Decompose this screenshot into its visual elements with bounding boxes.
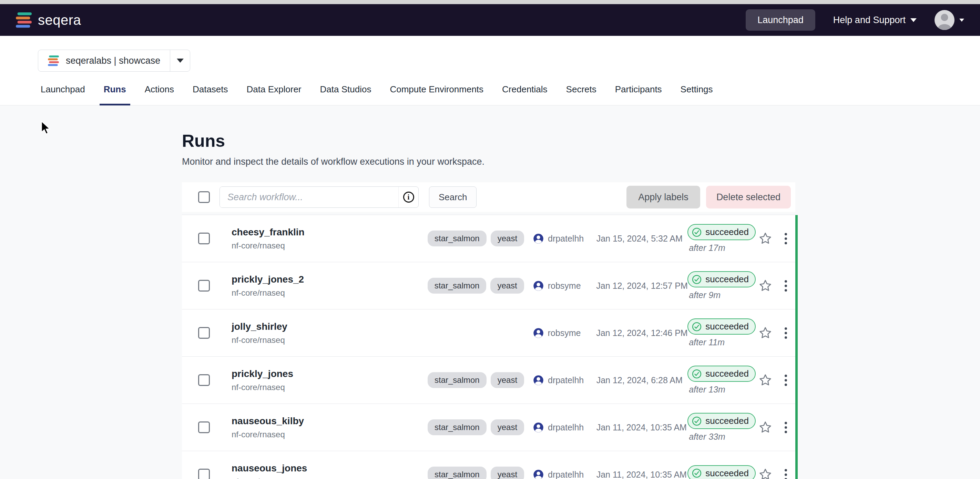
run-label-pill[interactable]: yeast [491,372,524,388]
run-pipeline: nf-core/rnaseq [232,477,428,479]
kebab-menu-icon[interactable] [776,280,795,291]
tab-compute-environments[interactable]: Compute Environments [386,81,488,105]
run-label-pill[interactable]: yeast [490,278,524,294]
help-and-support-menu[interactable]: Help and Support [833,15,916,25]
row-checkbox[interactable] [198,280,210,291]
status-badge: succeeded [687,271,756,287]
run-date: Jan 11, 2024, 10:35 AM [593,470,688,479]
run-user-name: drpatelhh [548,422,584,433]
star-icon[interactable] [754,468,776,479]
seqera-logo[interactable]: seqera [16,13,81,28]
row-checkbox[interactable] [198,374,210,386]
run-row: cheesy_franklin nf-core/rnaseq star_salm… [182,215,795,262]
search-input[interactable] [220,187,398,207]
avatar[interactable] [934,10,955,30]
kebab-menu-icon[interactable] [776,469,795,479]
run-user: drpatelhh [524,375,593,386]
tab-launchpad[interactable]: Launchpad [37,81,89,105]
tab-secrets[interactable]: Secrets [562,81,601,105]
run-label-pill[interactable]: yeast [491,231,524,247]
run-name-link[interactable]: prickly_jones_2 [232,274,428,285]
run-row: nauseous_kilby nf-core/rnaseq star_salmo… [182,404,795,451]
tab-runs[interactable]: Runs [100,81,130,105]
run-user: drpatelhh [524,233,593,244]
user-circle-icon [533,469,544,479]
status-badge: succeeded [687,224,756,240]
run-label-pill[interactable]: star_salmon [428,278,487,294]
tab-participants[interactable]: Participants [611,81,666,105]
run-duration: after 17m [687,243,754,253]
select-all-checkbox[interactable] [198,191,210,203]
run-pipeline: nf-core/rnaseq [232,382,428,392]
workspace-header: seqeralabs | showcase LaunchpadRunsActio… [0,36,980,105]
run-user: drpatelhh [524,469,593,479]
delete-selected-button[interactable]: Delete selected [706,186,791,208]
status-label: succeeded [705,368,749,379]
run-user: robsyme [524,328,593,338]
tab-settings[interactable]: Settings [676,81,717,105]
apply-labels-button[interactable]: Apply labels [627,186,700,208]
run-name-link[interactable]: jolly_shirley [232,321,428,332]
kebab-menu-icon[interactable] [776,375,795,386]
run-duration: after 33m [687,432,754,442]
workspace-selector[interactable]: seqeralabs | showcase [38,49,190,72]
star-icon[interactable] [754,279,776,293]
kebab-menu-icon[interactable] [776,327,795,339]
browser-chrome-strip [0,0,980,4]
search-info-icon[interactable]: i [398,187,418,207]
run-user-name: drpatelhh [548,234,584,243]
row-checkbox[interactable] [198,327,210,339]
run-label-pill[interactable]: yeast [491,419,524,435]
run-pipeline: nf-core/rnaseq [232,288,428,298]
run-labels: star_salmonyeast [428,419,524,435]
run-name-link[interactable]: cheesy_franklin [232,227,428,238]
status-label: succeeded [705,468,749,479]
status-badge: succeeded [687,413,756,429]
run-user-name: drpatelhh [548,375,584,385]
status-label: succeeded [705,274,749,285]
run-name-link[interactable]: nauseous_jones [232,463,428,474]
run-name-link[interactable]: nauseous_kilby [232,415,428,426]
run-label-pill[interactable]: yeast [491,466,524,479]
run-label-pill[interactable]: star_salmon [428,419,487,435]
run-labels: star_salmonyeast [428,372,524,388]
run-duration: after 13m [687,385,754,395]
run-user: drpatelhh [524,422,593,433]
runs-filter-bar: i Search Apply labels Delete selected [182,182,795,212]
tab-credentials[interactable]: Credentials [498,81,552,105]
star-icon[interactable] [754,326,776,340]
star-icon[interactable] [754,373,776,387]
user-menu[interactable] [934,10,964,30]
workspace-dropdown-toggle[interactable] [170,50,190,71]
workspace-logo-icon [48,56,59,66]
run-row: nauseous_jones nf-core/rnaseq star_salmo… [182,451,795,479]
logo-wordmark: seqera [38,13,81,28]
tab-datasets[interactable]: Datasets [188,81,232,105]
tab-data-studios[interactable]: Data Studios [316,81,375,105]
run-row: jolly_shirley nf-core/rnaseq robsyme Jan… [182,309,795,356]
run-label-pill[interactable]: star_salmon [428,372,487,388]
user-circle-icon [533,280,544,291]
run-label-pill[interactable]: star_salmon [428,231,487,247]
star-icon[interactable] [754,232,776,245]
tab-actions[interactable]: Actions [141,81,178,105]
page-title: Runs [182,105,798,151]
star-icon[interactable] [754,420,776,434]
check-circle-icon [692,468,702,478]
status-label: succeeded [705,415,749,426]
tab-data-explorer[interactable]: Data Explorer [243,81,305,105]
kebab-menu-icon[interactable] [776,422,795,433]
chevron-down-icon [959,19,964,22]
main-content: Runs Monitor and inspect the details of … [0,105,980,479]
row-checkbox[interactable] [198,469,210,479]
run-label-pill[interactable]: star_salmon [428,466,487,479]
run-name-link[interactable]: prickly_jones [232,368,428,379]
row-checkbox[interactable] [198,232,210,244]
kebab-menu-icon[interactable] [776,233,795,244]
launchpad-button[interactable]: Launchpad [746,9,815,31]
row-checkbox[interactable] [198,422,210,433]
user-circle-icon [533,375,544,386]
top-navbar: seqera Launchpad Help and Support [0,4,980,36]
run-user: robsyme [524,280,593,291]
search-button[interactable]: Search [429,186,477,208]
